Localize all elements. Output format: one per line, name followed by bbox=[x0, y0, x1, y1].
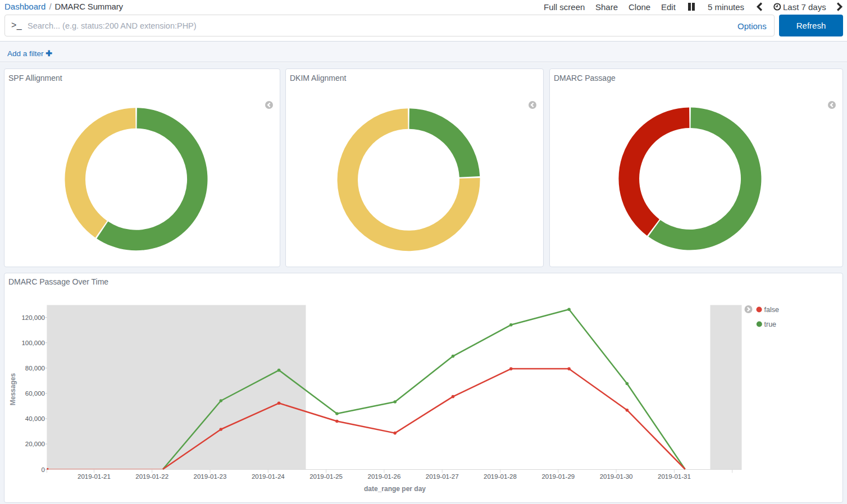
svg-text:2019-01-27: 2019-01-27 bbox=[426, 473, 459, 480]
svg-text:2019-01-28: 2019-01-28 bbox=[484, 473, 517, 480]
svg-text:20,000: 20,000 bbox=[25, 441, 45, 447]
svg-text:date_range per day: date_range per day bbox=[364, 485, 426, 493]
svg-text:2019-01-30: 2019-01-30 bbox=[600, 473, 633, 480]
svg-text:2019-01-29: 2019-01-29 bbox=[541, 473, 575, 480]
svg-text:2019-01-25: 2019-01-25 bbox=[309, 473, 343, 480]
svg-text:0: 0 bbox=[42, 466, 45, 473]
svg-text:2019-01-31: 2019-01-31 bbox=[658, 473, 691, 480]
svg-text:2019-01-26: 2019-01-26 bbox=[367, 473, 400, 480]
svg-text:Messages: Messages bbox=[9, 373, 17, 406]
svg-text:true: true bbox=[764, 320, 777, 328]
svg-text:false: false bbox=[764, 306, 779, 314]
svg-text:60,000: 60,000 bbox=[25, 390, 45, 397]
svg-text:100,000: 100,000 bbox=[21, 340, 45, 346]
svg-text:2019-01-22: 2019-01-22 bbox=[135, 473, 169, 480]
svg-text:40,000: 40,000 bbox=[25, 415, 45, 422]
svg-text:2019-01-23: 2019-01-23 bbox=[194, 473, 227, 480]
svg-text:120,000: 120,000 bbox=[21, 314, 45, 321]
svg-text:2019-01-24: 2019-01-24 bbox=[252, 473, 285, 480]
svg-text:80,000: 80,000 bbox=[25, 365, 45, 372]
svg-text:2019-01-21: 2019-01-21 bbox=[78, 473, 111, 480]
